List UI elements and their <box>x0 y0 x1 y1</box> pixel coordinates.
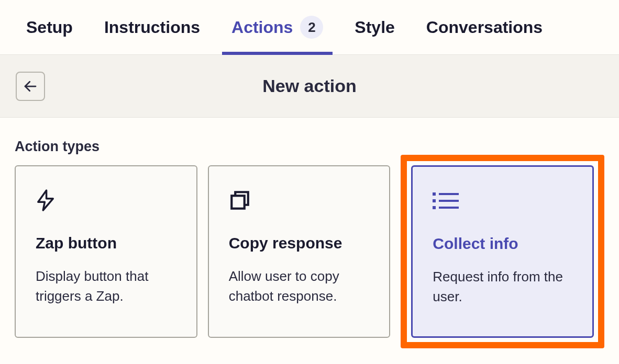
svg-rect-6 <box>439 200 459 202</box>
tab-label: Instructions <box>104 18 200 37</box>
tab-label: Setup <box>26 18 73 37</box>
card-wrapper-zap: Zap button Display button that triggers … <box>15 165 197 338</box>
action-type-cards: Zap button Display button that triggers … <box>15 165 604 338</box>
tab-badge: 2 <box>300 16 323 39</box>
card-title: Copy response <box>229 234 370 252</box>
tab-label: Actions <box>231 18 293 37</box>
back-button[interactable] <box>16 72 45 101</box>
svg-rect-3 <box>433 192 436 196</box>
section-title: Action types <box>15 139 604 155</box>
arrow-left-icon <box>23 78 38 94</box>
card-desc: Display button that triggers a Zap. <box>36 267 176 306</box>
svg-rect-7 <box>433 206 436 209</box>
svg-rect-5 <box>433 199 436 202</box>
card-desc: Allow user to copy chatbot response. <box>229 267 370 306</box>
tab-instructions[interactable]: Instructions <box>104 0 200 55</box>
copy-icon <box>229 187 370 213</box>
content: Action types Zap button Display button t… <box>0 118 619 359</box>
tab-style[interactable]: Style <box>355 0 394 55</box>
action-card-collect-info[interactable]: Collect info Request info from the user. <box>411 165 594 338</box>
svg-rect-2 <box>231 196 245 209</box>
lightning-icon <box>36 187 176 213</box>
tabs-nav: Setup Instructions Actions 2 Style Conve… <box>0 0 619 55</box>
card-title: Zap button <box>36 234 176 252</box>
svg-rect-4 <box>439 193 459 195</box>
tab-actions[interactable]: Actions 2 <box>231 0 323 55</box>
list-icon <box>433 188 572 214</box>
card-wrapper-collect-highlighted: Collect info Request info from the user. <box>401 155 604 348</box>
card-desc: Request info from the user. <box>433 267 572 306</box>
svg-rect-8 <box>439 207 459 209</box>
tab-label: Conversations <box>426 18 543 37</box>
action-card-zap-button[interactable]: Zap button Display button that triggers … <box>15 165 197 338</box>
page-title: New action <box>262 76 356 96</box>
card-wrapper-copy: Copy response Allow user to copy chatbot… <box>208 165 391 338</box>
card-title: Collect info <box>433 235 572 253</box>
action-card-copy-response[interactable]: Copy response Allow user to copy chatbot… <box>208 165 391 338</box>
subheader: New action <box>0 55 619 118</box>
tab-conversations[interactable]: Conversations <box>426 0 543 55</box>
tab-setup[interactable]: Setup <box>26 0 73 55</box>
svg-marker-1 <box>38 190 53 210</box>
tab-label: Style <box>355 18 394 37</box>
